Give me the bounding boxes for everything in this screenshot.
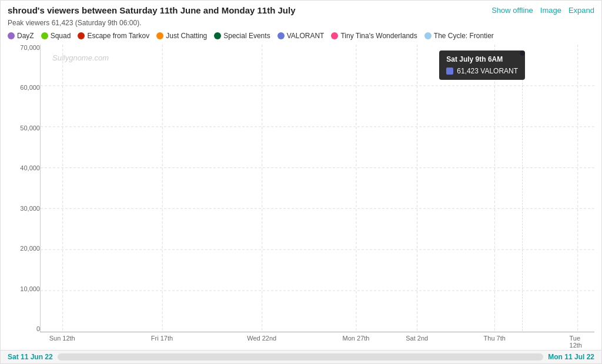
- legend-color: [277, 32, 285, 39]
- legend-item: The Cycle: Frontier: [424, 32, 494, 40]
- y-axis-label: 10,000: [8, 286, 40, 292]
- legend-item: Just Chatting: [156, 32, 207, 40]
- legend-item: Squad: [41, 32, 71, 40]
- legend-color: [424, 32, 432, 39]
- main-container: shroud's viewers between Saturday 11th J…: [0, 0, 602, 364]
- legend-label: DayZ: [17, 32, 34, 40]
- y-axis-label: 30,000: [8, 205, 40, 212]
- show-offline-button[interactable]: Show offline: [491, 6, 533, 15]
- y-axis-label: 40,000: [8, 165, 40, 171]
- header-actions: Show offline Image Expand: [491, 6, 594, 15]
- legend-item: DayZ: [8, 32, 34, 40]
- chart-plot: Sullygnome.com: [40, 45, 594, 332]
- legend-label: Just Chatting: [166, 32, 207, 40]
- y-axis-label: 50,000: [8, 125, 40, 132]
- x-axis-label: Sat 2nd: [406, 335, 428, 342]
- legend-label: Special Events: [223, 32, 270, 40]
- legend-item: Escape from Tarkov: [78, 32, 149, 40]
- expand-button[interactable]: Expand: [568, 6, 594, 15]
- x-axis-label: Wed 22nd: [247, 335, 276, 342]
- footer-bar: Sat 11 Jun 22 Mon 11 Jul 22: [1, 350, 601, 363]
- x-axis-label: Tue 12th: [570, 335, 586, 349]
- legend-label: VALORANT: [287, 32, 325, 40]
- legend-item: VALORANT: [277, 32, 325, 40]
- legend-color: [41, 32, 48, 39]
- x-axis-label: Sun 12th: [49, 335, 75, 342]
- legend-label: The Cycle: Frontier: [434, 32, 494, 40]
- legend-label: Tiny Tina's Wonderlands: [340, 32, 417, 40]
- x-axis-label: Mon 27th: [343, 335, 370, 342]
- x-axis-label: Thu 7th: [484, 335, 506, 342]
- y-axis-label: 20,000: [8, 245, 40, 252]
- legend-label: Escape from Tarkov: [87, 32, 149, 40]
- chart-title: shroud's viewers between Saturday 11th J…: [8, 5, 296, 15]
- x-axis-label: Fri 17th: [151, 335, 173, 342]
- footer-start-date[interactable]: Sat 11 Jun 22: [8, 353, 53, 361]
- footer-scrollbar[interactable]: [58, 353, 544, 360]
- x-axis: Sun 12thFri 17thWed 22ndMon 27thSat 2ndT…: [40, 332, 594, 350]
- svg-point-23: [520, 50, 526, 56]
- y-axis-label: 60,000: [8, 85, 40, 91]
- legend: DayZSquadEscape from TarkovJust Chatting…: [1, 29, 601, 42]
- y-axis-label: 0: [8, 326, 40, 332]
- header: shroud's viewers between Saturday 11th J…: [1, 1, 601, 18]
- y-axis-label: 70,000: [8, 45, 40, 51]
- legend-item: Special Events: [214, 32, 270, 40]
- image-button[interactable]: Image: [540, 6, 561, 15]
- peak-info: Peak viewers 61,423 (Saturday 9th 06:00)…: [1, 18, 601, 29]
- legend-color: [156, 32, 163, 39]
- legend-color: [8, 32, 15, 39]
- legend-item: Tiny Tina's Wonderlands: [331, 32, 417, 40]
- legend-color: [78, 32, 85, 39]
- chart-inner: 70,00060,00050,00040,00030,00020,00010,0…: [8, 45, 594, 350]
- y-axis: 70,00060,00050,00040,00030,00020,00010,0…: [8, 45, 40, 332]
- legend-label: Squad: [51, 32, 71, 40]
- legend-color: [214, 32, 221, 39]
- chart-area: 70,00060,00050,00040,00030,00020,00010,0…: [1, 42, 601, 350]
- legend-color: [331, 32, 338, 39]
- footer-end-date[interactable]: Mon 11 Jul 22: [548, 353, 594, 361]
